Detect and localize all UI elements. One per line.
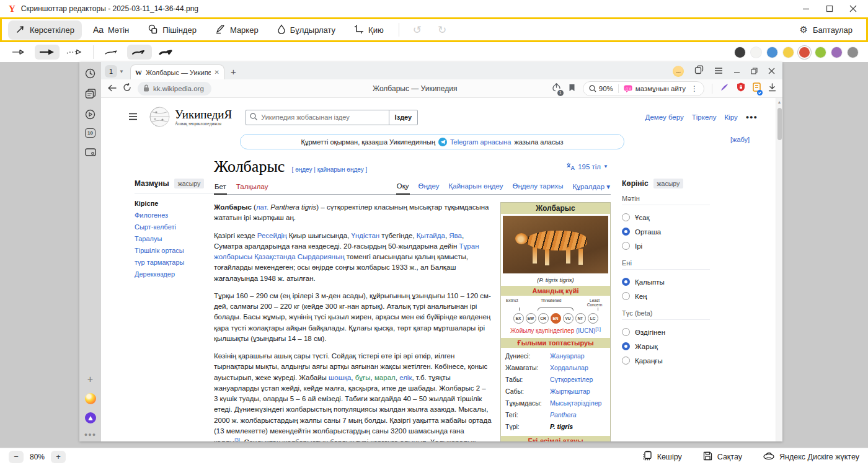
- tool-crop-button[interactable]: Қию: [347, 20, 391, 40]
- screenshot-tool-icon[interactable]: [84, 146, 97, 158]
- collections-icon[interactable]: [84, 87, 97, 100]
- window-minimize-button[interactable]: [802, 5, 810, 12]
- article-tab[interactable]: Құралдар ▾: [572, 180, 611, 194]
- radio-button[interactable]: [622, 356, 630, 365]
- radio-button[interactable]: [622, 242, 630, 250]
- language-selector[interactable]: A 195 тіл ▼: [566, 162, 608, 170]
- tiger-image[interactable]: [503, 216, 608, 273]
- copy-tabs-icon[interactable]: [694, 65, 704, 77]
- read-aloud-button[interactable]: (()) мазмұнын айту: [624, 85, 686, 92]
- share-icon[interactable]: 1: [552, 83, 561, 94]
- reference-link[interactable]: [3]: [234, 437, 240, 441]
- toc-item[interactable]: Филогенез: [135, 210, 215, 221]
- browser-restore-button[interactable]: [751, 66, 758, 77]
- tab-close-icon[interactable]: ✕: [215, 69, 219, 76]
- wiki-user-link[interactable]: Тіркелу: [692, 113, 717, 121]
- radio-button[interactable]: [622, 342, 630, 350]
- toc-item[interactable]: Сырт-келбеті: [135, 221, 215, 233]
- taxonomy-value[interactable]: Жануарлар: [550, 350, 585, 362]
- toc-item[interactable]: Дереккөздер: [135, 268, 215, 280]
- yandex-start-icon[interactable]: [85, 393, 96, 404]
- article-tab[interactable]: Қайнарын өңдеу: [448, 180, 504, 194]
- appearance-option[interactable]: Өздігінен: [622, 325, 710, 339]
- browser-close-button[interactable]: [768, 66, 775, 77]
- undo-button[interactable]: ↺: [407, 24, 428, 37]
- article-tab[interactable]: Оқу: [396, 180, 410, 195]
- tool-marker-button[interactable]: Маркер: [208, 20, 266, 40]
- wiki-link[interactable]: Ява: [449, 232, 462, 239]
- appearance-option[interactable]: Қараңғы: [622, 353, 710, 368]
- translate-doc-icon[interactable]: [753, 82, 761, 94]
- reference-link[interactable]: [1]: [595, 326, 601, 332]
- status-circle-cr[interactable]: CR: [538, 313, 549, 324]
- tool-arrows-button[interactable]: Көрсеткілер: [8, 20, 82, 40]
- arrow-style-line-button[interactable]: [7, 45, 32, 60]
- tool-shapes-button[interactable]: Пішіндер: [140, 20, 204, 40]
- wiki-user-link[interactable]: Демеу беру: [645, 113, 684, 121]
- url-field[interactable]: kk.wikipedia.org: [138, 82, 211, 95]
- zoom-out-button[interactable]: −: [9, 451, 24, 463]
- zoom-in-button[interactable]: +: [51, 451, 66, 463]
- copy-button[interactable]: Көшіру: [643, 451, 682, 463]
- arrow-style-solid-button[interactable]: [35, 45, 60, 60]
- tool-blur-button[interactable]: Бұлдырлату: [270, 20, 343, 40]
- color-swatch[interactable]: [848, 47, 858, 58]
- article-tab[interactable]: Бет: [214, 180, 227, 195]
- arrow-sketch-medium-button[interactable]: [127, 45, 152, 60]
- protect-shield-icon[interactable]: [737, 82, 745, 94]
- search-button[interactable]: Іздеу: [389, 110, 418, 125]
- taxonomy-value[interactable]: Хордалылар: [550, 362, 588, 374]
- wiki-user-link[interactable]: Кіру: [724, 113, 737, 121]
- status-circle-en[interactable]: EN: [551, 313, 561, 324]
- search-input[interactable]: [261, 113, 384, 121]
- arrow-sketch-thick-button[interactable]: [154, 45, 179, 60]
- color-swatch[interactable]: [831, 47, 842, 58]
- alice-assistant-icon[interactable]: [85, 412, 96, 423]
- radio-button[interactable]: [622, 292, 630, 300]
- page-scrollbar[interactable]: ▲: [776, 98, 782, 441]
- wiki-link[interactable]: марал: [374, 374, 396, 381]
- taxonomy-value[interactable]: Мысықтәрізділер: [550, 397, 601, 409]
- scrollbar-thumb[interactable]: [777, 108, 782, 140]
- wiki-link[interactable]: бұғы: [355, 374, 371, 381]
- color-swatch[interactable]: [735, 47, 745, 58]
- color-swatch[interactable]: [799, 47, 810, 58]
- zoom-control[interactable]: 90%: [589, 85, 613, 92]
- taxonomy-value[interactable]: Жыртқыштар: [550, 386, 590, 397]
- radio-button[interactable]: [622, 228, 630, 236]
- status-circle-nt[interactable]: NT: [575, 313, 586, 324]
- appearance-option[interactable]: Ірі: [622, 239, 710, 253]
- video-icon[interactable]: [84, 108, 97, 120]
- iucn-link[interactable]: (IUCN): [576, 328, 595, 335]
- banner-close-link[interactable]: [жабу]: [730, 136, 750, 143]
- more-links-icon[interactable]: ●●●: [746, 114, 758, 120]
- back-icon[interactable]: [107, 83, 117, 94]
- tool-text-button[interactable]: Aa Мәтін: [86, 21, 136, 38]
- save-button[interactable]: Сақтау: [703, 451, 742, 463]
- color-swatch[interactable]: [815, 47, 826, 58]
- wiki-link[interactable]: лат.: [256, 203, 268, 211]
- article-tab[interactable]: Өңделу тарихы: [512, 180, 564, 194]
- status-category-link[interactable]: Жойылу қаупіндегілер: [510, 328, 574, 335]
- wiki-link[interactable]: Қазақстанда: [254, 253, 295, 260]
- bookmark-icon[interactable]: [569, 83, 575, 94]
- toc-hide-button[interactable]: жасыру: [174, 179, 205, 188]
- highlighter-extension-icon[interactable]: [720, 83, 729, 94]
- wiki-link[interactable]: елік: [399, 374, 412, 381]
- appearance-option[interactable]: Ұсақ: [622, 210, 710, 224]
- redo-button[interactable]: ↻: [432, 24, 453, 37]
- appearance-option[interactable]: Қалыпты: [622, 275, 710, 289]
- upload-disk-button[interactable]: Яндекс Дискіге жүктеу: [763, 451, 859, 462]
- wiki-link[interactable]: шошқа: [329, 374, 351, 381]
- color-swatch[interactable]: [767, 47, 777, 58]
- article-tab[interactable]: Өңдеу: [418, 180, 440, 194]
- status-circle-lc[interactable]: LC: [588, 313, 598, 324]
- wiki-link[interactable]: Ресейдің: [257, 232, 287, 239]
- tab-groups-icon[interactable]: 10: [85, 128, 95, 138]
- wiki-link[interactable]: Қытайда: [417, 232, 445, 239]
- settings-button[interactable]: ⚙ Баптаулар: [792, 20, 860, 39]
- wiki-link[interactable]: Сырдарияның: [298, 253, 345, 260]
- browser-tab-active[interactable]: W Жолбарыс — Уикипед ✕: [130, 64, 224, 79]
- download-icon[interactable]: [768, 83, 776, 94]
- browser-minimize-button[interactable]: [733, 66, 740, 77]
